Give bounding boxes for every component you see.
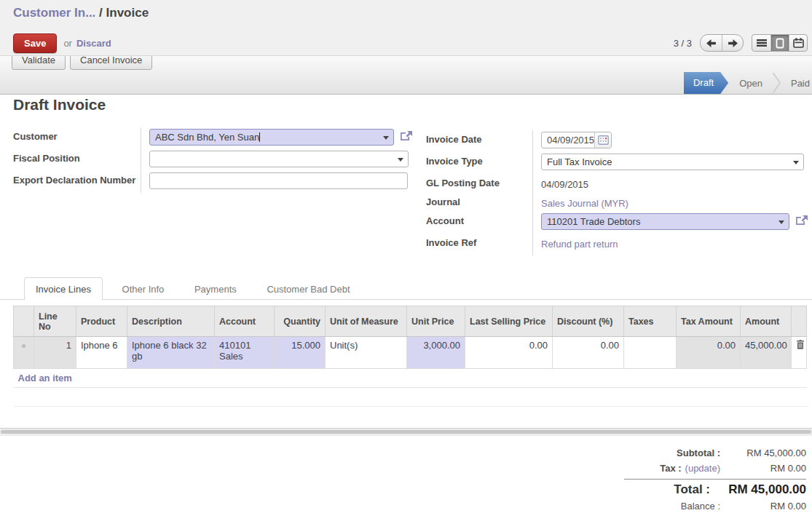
calendar-date-icon[interactable] (594, 132, 611, 148)
status-paid: Paid (781, 78, 812, 89)
statusbar: Draft Open Paid (684, 72, 812, 94)
form-group-left: Customer ABC Sdn Bhd, Yen Suan Fiscal Po… (13, 127, 421, 193)
export-declaration-label: Export Declaration Number (13, 171, 141, 193)
pager-count: 3 / 3 (674, 38, 692, 49)
form-group-right: Invoice Date 04/09/2015 Invoice Type Ful… (426, 130, 811, 255)
cell-last-selling-price[interactable]: 0.00 (465, 337, 553, 369)
view-form-button[interactable] (770, 35, 789, 51)
cell-tax-amount: 0.00 (677, 337, 741, 369)
view-calendar-button[interactable] (789, 35, 807, 51)
total-label: Total : (674, 482, 710, 497)
invoice-date-label: Invoice Date (426, 130, 533, 152)
customer-select[interactable]: ABC Sdn Bhd, Yen Suan (149, 129, 394, 146)
field-row-export-declaration: Export Declaration Number (13, 171, 421, 193)
invoice-lines-table: Line No Product Description Account Quan… (13, 306, 807, 423)
balance-row: Balance : RM 0.00 (624, 498, 806, 513)
breadcrumb-separator: / (95, 6, 106, 20)
field-row-gl-posting-date: GL Posting Date 04/09/2015 (426, 174, 811, 193)
breadcrumb-current: Invoice (106, 6, 149, 20)
tab-customer-bad-debt[interactable]: Customer Bad Debt (256, 278, 360, 300)
chevron-down-icon (383, 136, 389, 140)
page-title: Draft Invoice (13, 96, 106, 114)
arrow-left-icon (706, 39, 717, 47)
tax-value: RM 0.00 (720, 463, 806, 474)
save-button[interactable]: Save (13, 33, 57, 53)
chevron-down-icon (793, 161, 799, 164)
top-header: Customer In... / Invoice Save or Discard… (0, 0, 812, 55)
external-link-icon[interactable] (400, 131, 412, 141)
pager-next-button[interactable] (722, 35, 743, 51)
table-header-row: Line No Product Description Account Quan… (14, 306, 807, 337)
cell-amount: 45,000.00 (741, 337, 792, 369)
cell-unit-price[interactable]: 3,000.00 (407, 337, 465, 369)
subtotal-value: RM 45,000.00 (720, 448, 806, 458)
tax-row: Tax : (update) RM 0.00 (624, 461, 806, 476)
validate-button[interactable]: Validate (12, 55, 66, 70)
col-account: Account (215, 306, 275, 337)
col-taxes: Taxes (624, 306, 677, 337)
cell-taxes[interactable] (624, 337, 677, 369)
tax-update-link[interactable]: (update) (685, 463, 720, 474)
cell-unit-of-measure[interactable]: Unit(s) (326, 337, 407, 369)
account-value: 110201 Trade Debtors (547, 216, 640, 227)
drag-handle-dot (22, 344, 25, 348)
col-unit-of-measure: Unit of Measure (326, 306, 407, 337)
breadcrumb: Customer In... / Invoice (13, 6, 149, 20)
cell-quantity[interactable]: 15.000 (275, 337, 326, 369)
cell-discount[interactable]: 0.00 (553, 337, 624, 369)
drag-handle-cell[interactable] (14, 337, 34, 369)
totals-panel: Subtotal : RM 45,000.00 Tax : (update) R… (624, 445, 806, 513)
balance-value: RM 0.00 (720, 501, 806, 512)
scrollbar-thumb[interactable] (1, 430, 811, 434)
fiscal-position-select[interactable] (149, 151, 409, 167)
cell-product[interactable]: Iphone 6 (76, 337, 127, 369)
invoice-type-label: Invoice Type (426, 152, 533, 174)
text-caret (259, 132, 260, 142)
cell-line-no: 1 (34, 337, 76, 369)
cancel-invoice-button[interactable]: Cancel Invoice (70, 55, 152, 70)
pager-prev-button[interactable] (701, 35, 722, 51)
delete-row-button[interactable] (792, 337, 807, 369)
invoice-date-input[interactable]: 04/09/2015 (541, 132, 612, 148)
cell-description[interactable]: Iphone 6 black 32 gb (127, 337, 215, 369)
col-discount: Discount (%) (553, 306, 624, 337)
add-an-item-link[interactable]: Add an item (18, 373, 72, 383)
tab-other-info[interactable]: Other Info (111, 278, 176, 300)
account-label: Account (426, 212, 533, 234)
cell-account[interactable]: 410101 Sales (215, 337, 275, 369)
export-declaration-input[interactable] (149, 172, 408, 189)
total-row: Total : RM 45,000.00 (624, 481, 806, 498)
invoice-ref-value-link[interactable]: Refund part return (541, 235, 618, 250)
chevron-down-icon (779, 220, 784, 224)
chevron-down-icon (398, 158, 403, 162)
field-row-account: Account 110201 Trade Debtors (426, 212, 811, 234)
field-row-invoice-ref: Invoice Ref Refund part return (426, 234, 811, 255)
gl-posting-date-value: 04/09/2015 (541, 175, 588, 190)
form-toolbar: Validate Cancel Invoice Draft Open Paid (0, 55, 812, 95)
balance-label: Balance : (681, 501, 720, 512)
col-quantity: Quantity (275, 306, 326, 337)
account-select[interactable]: 110201 Trade Debtors (541, 213, 789, 230)
external-link-icon[interactable] (795, 215, 808, 226)
tab-payments[interactable]: Payments (184, 278, 248, 300)
horizontal-scrollbar[interactable] (0, 428, 812, 436)
col-tax-amount: Tax Amount (677, 306, 741, 337)
table-row: 1 Iphone 6 Iphone 6 black 32 gb 410101 S… (14, 337, 807, 369)
journal-value-link[interactable]: Sales Journal (MYR) (541, 194, 628, 209)
chevron-right-icon (772, 72, 781, 94)
notebook-tabs: Invoice Lines Other Info Payments Custom… (0, 277, 812, 300)
field-row-journal: Journal Sales Journal (MYR) (426, 193, 811, 212)
col-description: Description (127, 306, 215, 337)
field-row-customer: Customer ABC Sdn Bhd, Yen Suan (13, 127, 421, 149)
tab-invoice-lines[interactable]: Invoice Lines (24, 277, 103, 301)
discard-link[interactable]: Discard (76, 38, 111, 49)
col-last-selling-price: Last Selling Price (465, 306, 553, 337)
view-list-button[interactable] (752, 35, 770, 51)
list-view-icon (757, 39, 767, 47)
invoice-type-select[interactable]: Full Tax Invoice (541, 154, 804, 170)
invoice-form-screen: Customer In... / Invoice Save or Discard… (0, 0, 812, 513)
invoice-date-value: 04/09/2015 (542, 132, 594, 148)
breadcrumb-parent-link[interactable]: Customer In... (13, 6, 95, 20)
invoice-ref-label: Invoice Ref (426, 234, 533, 255)
form-view-icon (776, 38, 784, 49)
